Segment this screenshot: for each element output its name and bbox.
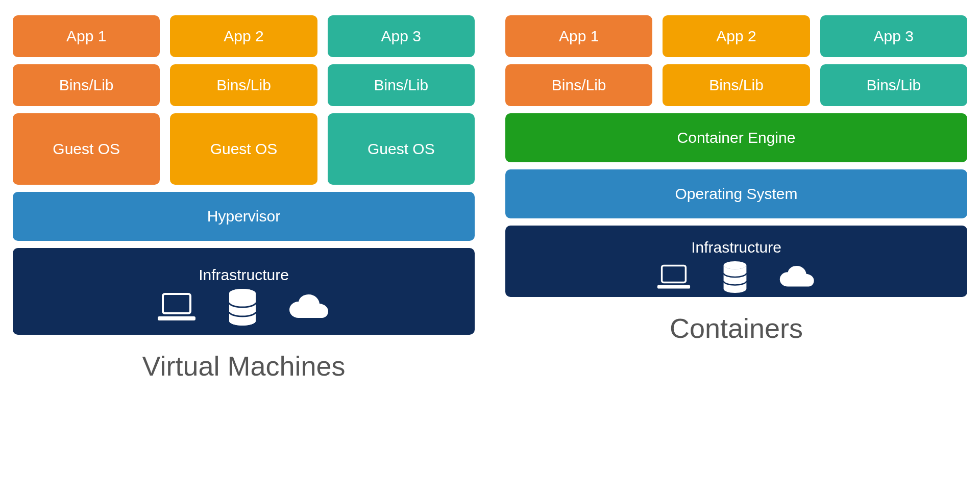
ct-infrastructure-label: Infrastructure [691, 239, 781, 256]
vm-bins-1: Bins/Lib [13, 64, 160, 106]
svg-rect-9 [657, 285, 690, 289]
container-engine: Container Engine [505, 113, 967, 162]
ct-bins-2: Bins/Lib [663, 64, 810, 106]
vm-vs-containers-diagram: App 1 App 2 App 3 Bins/Lib Bins/Lib Bins… [13, 15, 967, 382]
vm-guestos-1: Guest OS [13, 113, 160, 185]
vm-app-3: App 3 [328, 15, 475, 57]
laptop-icon [656, 264, 691, 290]
vm-guestos-3: Guest OS [328, 113, 475, 185]
vm-bins-3: Bins/Lib [328, 64, 475, 106]
ct-infrastructure: Infrastructure [505, 226, 967, 297]
vm-app-2: App 2 [170, 15, 317, 57]
vm-bins-row: Bins/Lib Bins/Lib Bins/Lib [13, 64, 475, 106]
vm-hypervisor: Hypervisor [13, 192, 475, 241]
vm-caption: Virtual Machines [13, 350, 475, 382]
ct-operating-system: Operating System [505, 169, 967, 218]
vm-app-1: App 1 [13, 15, 160, 57]
svg-rect-8 [662, 265, 685, 282]
vm-infrastructure: Infrastructure [13, 248, 475, 335]
ct-bins-1: Bins/Lib [505, 64, 652, 106]
vm-guestos-2: Guest OS [170, 113, 317, 185]
database-icon [722, 261, 748, 293]
ct-bins-3: Bins/Lib [820, 64, 967, 106]
vm-bins-2: Bins/Lib [170, 64, 317, 106]
ct-app-1: App 1 [505, 15, 652, 57]
cloud-icon [779, 265, 817, 289]
vm-stack: App 1 App 2 App 3 Bins/Lib Bins/Lib Bins… [13, 15, 475, 335]
containers-side: App 1 App 2 App 3 Bins/Lib Bins/Lib Bins… [505, 15, 967, 382]
ct-apps-row: App 1 App 2 App 3 [505, 15, 967, 57]
laptop-icon [157, 292, 197, 323]
svg-rect-1 [158, 316, 195, 320]
ct-app-2: App 2 [663, 15, 810, 57]
database-icon [227, 289, 258, 326]
containers-stack: App 1 App 2 App 3 Bins/Lib Bins/Lib Bins… [505, 15, 967, 297]
svg-point-5 [229, 289, 256, 298]
vm-infrastructure-label: Infrastructure [199, 266, 289, 284]
vm-infra-icons [157, 289, 331, 326]
ct-app-3: App 3 [820, 15, 967, 57]
containers-caption: Containers [505, 312, 967, 344]
cloud-icon [288, 293, 331, 321]
ct-infra-icons [656, 261, 817, 293]
ct-bins-row: Bins/Lib Bins/Lib Bins/Lib [505, 64, 967, 106]
svg-point-10 [723, 261, 746, 269]
vm-side: App 1 App 2 App 3 Bins/Lib Bins/Lib Bins… [13, 15, 475, 382]
vm-apps-row: App 1 App 2 App 3 [13, 15, 475, 57]
svg-rect-0 [163, 294, 190, 313]
vm-guestos-row: Guest OS Guest OS Guest OS [13, 113, 475, 185]
